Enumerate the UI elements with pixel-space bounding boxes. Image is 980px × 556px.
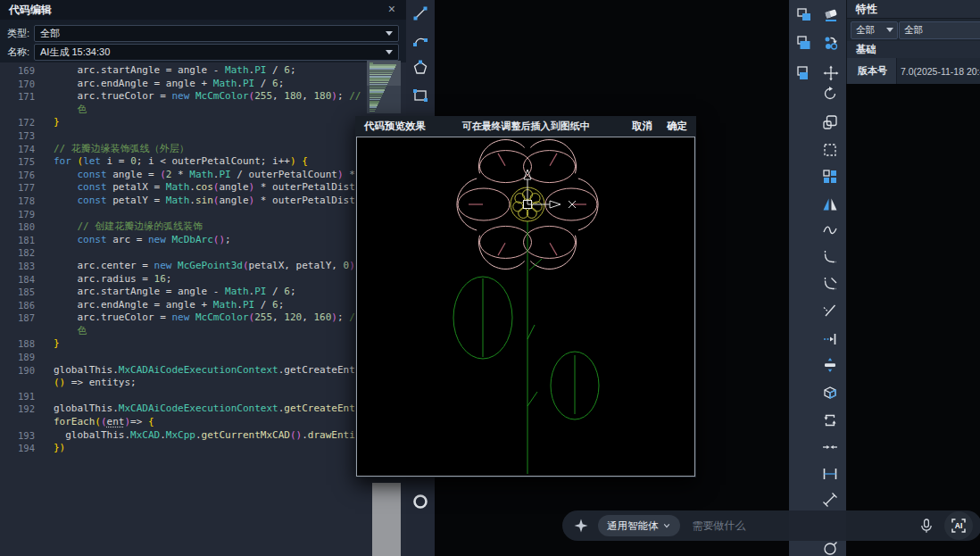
- code-line[interactable]: 182: [0, 246, 406, 260]
- code-line[interactable]: 色: [0, 104, 406, 117]
- code-line[interactable]: 171 arc.trueColor = new McCmColor(255, 1…: [0, 90, 406, 104]
- line-number: 169: [0, 64, 54, 78]
- code-line[interactable]: 191: [0, 390, 406, 403]
- code-line[interactable]: 190globalThis.MxCADAiCodeExecutionContex…: [0, 364, 406, 378]
- circle-bold-icon[interactable]: [410, 491, 431, 512]
- code-line[interactable]: 173: [0, 129, 406, 143]
- array-icon[interactable]: [819, 166, 841, 187]
- preview-hint: 可在最终调整后插入到图纸中: [462, 120, 590, 133]
- join-icon[interactable]: [819, 436, 841, 458]
- code-line[interactable]: 180 // 创建花瓣边缘的弧线装饰: [0, 220, 406, 234]
- properties-section-basic[interactable]: 基础: [847, 41, 980, 59]
- extend-icon[interactable]: [819, 328, 841, 350]
- flower-drawing: [357, 137, 694, 476]
- line-number: 191: [0, 390, 54, 403]
- code-line[interactable]: 188}: [0, 337, 406, 351]
- code-line[interactable]: 172}: [0, 116, 406, 129]
- properties-search-field[interactable]: 全部: [899, 21, 980, 39]
- code-line[interactable]: 169 arc.startAngle = angle - Math.PI / 6…: [0, 64, 406, 78]
- version-value[interactable]: 7.0(2025-11-18 20:48 0: [897, 58, 980, 84]
- code-line[interactable]: 186 arc.endAngle = angle + Math.PI / 6;: [0, 299, 406, 312]
- properties-header: 特性: [847, 0, 980, 19]
- minimap-viewport[interactable]: [367, 61, 401, 86]
- spline-icon[interactable]: [819, 220, 841, 241]
- line-number: 188: [0, 337, 54, 351]
- rotate-icon[interactable]: [819, 83, 841, 104]
- line-number: 189: [0, 351, 54, 364]
- code-text-area[interactable]: 169 arc.startAngle = angle - Math.PI / 6…: [0, 62, 406, 556]
- eraser-icon[interactable]: [820, 4, 842, 25]
- line-number: 193: [0, 429, 54, 443]
- line-number: 190: [0, 364, 54, 378]
- line-icon[interactable]: [410, 3, 431, 24]
- fillet-line-icon[interactable]: [819, 273, 841, 295]
- confirm-button[interactable]: 确定: [667, 120, 687, 133]
- stretch-select-icon[interactable]: [819, 139, 841, 161]
- code-line[interactable]: 183 arc.center = new McGePoint3d(petalX,…: [0, 260, 406, 273]
- line-number: 192: [0, 402, 54, 416]
- replace-icon[interactable]: [820, 32, 842, 54]
- line-number: 186: [0, 299, 54, 312]
- code-scrollbar-thumb[interactable]: [372, 483, 401, 556]
- trim-icon[interactable]: [819, 300, 841, 321]
- property-row-version: 版本号 7.0(2025-11-18 20:48 0: [847, 58, 980, 84]
- properties-filter-dropdown[interactable]: 全部: [851, 21, 898, 39]
- agent-label: 通用智能体: [607, 519, 659, 533]
- agent-selector[interactable]: 通用智能体: [598, 515, 680, 536]
- distance-icon[interactable]: [819, 463, 841, 485]
- copy-icon[interactable]: [819, 112, 841, 133]
- code-line[interactable]: 178 const petalY = Math.sin(angle) * out…: [0, 195, 406, 208]
- code-minimap[interactable]: [367, 61, 401, 113]
- name-label: 名称:: [7, 46, 34, 59]
- code-line[interactable]: 170 arc.endAngle = angle + Math.PI / 6;: [0, 78, 406, 91]
- properties-filter-value: 全部: [856, 24, 875, 37]
- polygon-icon[interactable]: [410, 57, 431, 79]
- rotate-copy-icon[interactable]: [819, 410, 841, 431]
- ai-scan-button[interactable]: AI: [944, 511, 973, 540]
- code-line[interactable]: 179: [0, 208, 406, 221]
- close-icon[interactable]: ×: [388, 2, 395, 16]
- code-line[interactable]: 185 arc.startAngle = angle - Math.PI / 6…: [0, 286, 406, 299]
- line-number: 183: [0, 260, 54, 273]
- code-line[interactable]: 184 arc.radius = 16;: [0, 273, 406, 286]
- code-line[interactable]: 192globalThis.MxCADAiCodeExecutionContex…: [0, 402, 406, 416]
- mirror-icon[interactable]: [819, 194, 841, 215]
- code-line[interactable]: 181 const arc = new McDbArc();: [0, 234, 406, 247]
- code-line[interactable]: 189: [0, 351, 406, 364]
- fillet-icon[interactable]: [819, 246, 841, 268]
- line-number: [0, 416, 54, 429]
- layer-b-icon[interactable]: [793, 32, 815, 54]
- microphone-icon[interactable]: [918, 517, 935, 535]
- stretch-icon[interactable]: [819, 354, 841, 376]
- line-number: 182: [0, 246, 54, 260]
- code-line[interactable]: 176 const angle = (2 * Math.PI / outerPe…: [0, 169, 406, 182]
- box3d-icon[interactable]: [819, 382, 841, 403]
- move-icon[interactable]: [820, 62, 842, 84]
- code-line[interactable]: 194}): [0, 442, 406, 455]
- rectangle-icon[interactable]: [410, 85, 431, 106]
- layer-c-icon[interactable]: [793, 62, 815, 84]
- line-number: 177: [0, 181, 54, 195]
- chat-input-placeholder[interactable]: 需要做什么: [693, 519, 746, 534]
- code-line[interactable]: 175for (let i = 0; i < outerPetalCount; …: [0, 155, 406, 169]
- line-number: 175: [0, 155, 54, 169]
- code-line[interactable]: 193 globalThis.MxCAD.MxCpp.getCurrentMxC…: [0, 429, 406, 443]
- preview-title: 代码预览效果: [364, 120, 426, 133]
- arc-icon[interactable]: [410, 30, 431, 52]
- name-dropdown-value: AI生成 15:34:30: [40, 46, 110, 59]
- preview-canvas[interactable]: [356, 137, 695, 477]
- line-number: 178: [0, 195, 54, 208]
- type-label: 类型:: [7, 27, 34, 40]
- type-dropdown[interactable]: 全部: [34, 25, 399, 42]
- code-line[interactable]: 177 const petalX = Math.cos(angle) * out…: [0, 181, 406, 195]
- code-line[interactable]: () => entitys;: [0, 377, 406, 390]
- code-line[interactable]: 174// 花瓣边缘装饰弧线（外层）: [0, 143, 406, 156]
- measure-icon[interactable]: [819, 489, 841, 510]
- circle-tool-icon[interactable]: [819, 539, 841, 556]
- cancel-button[interactable]: 取消: [632, 120, 652, 133]
- name-dropdown[interactable]: AI生成 15:34:30: [34, 44, 399, 61]
- code-line[interactable]: 色: [0, 325, 406, 338]
- code-line[interactable]: forEach((ent)=> {: [0, 416, 406, 429]
- code-line[interactable]: 187 arc.trueColor = new McCmColor(255, 1…: [0, 311, 406, 325]
- layer-a-icon[interactable]: [793, 4, 815, 25]
